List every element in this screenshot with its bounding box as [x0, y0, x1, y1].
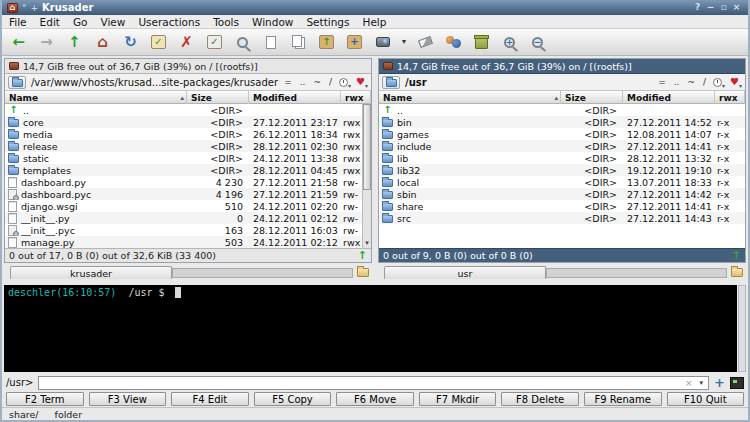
fkey-f3-button[interactable]: F3 View — [89, 392, 167, 406]
file-row[interactable]: core<DIR>27.12.2011 23:17rwx — [5, 116, 371, 128]
menu-edit[interactable]: Edit — [40, 16, 60, 28]
tab-krusader[interactable]: krusader — [10, 266, 172, 279]
file-row[interactable]: ↑..<DIR> — [5, 104, 371, 116]
file-row[interactable]: static<DIR>24.12.2011 13:38rwx — [5, 152, 371, 164]
menu-settings[interactable]: Settings — [306, 16, 349, 28]
scrollbar-thumb[interactable] — [363, 104, 371, 190]
bookmark-icon[interactable]: ♥ — [356, 77, 365, 87]
right-free-space-bar[interactable]: 14,7 GiB free out of 36,7 GiB (39%) on /… — [379, 59, 745, 74]
new-tab-icon[interactable] — [357, 268, 369, 277]
file-row[interactable]: dashboard.py4 23027.12.2011 21:58rw- — [5, 176, 371, 188]
bookmark-icon[interactable]: ♥ — [730, 77, 739, 87]
history-icon[interactable] — [713, 78, 722, 87]
current-path[interactable]: /usr — [405, 77, 653, 88]
terminal-output[interactable]: deschler(16:10:57) /usr $ — [4, 285, 737, 372]
cmdline-popup-icon[interactable]: + — [714, 376, 725, 389]
unpack-icon[interactable]: + — [344, 32, 365, 53]
column-header-size[interactable]: Size — [561, 91, 623, 104]
file-row[interactable]: templates<DIR>28.12.2011 04:45rwx — [5, 164, 371, 176]
back-icon[interactable]: ← — [8, 32, 29, 53]
file-row[interactable]: manage.py50324.12.2011 02:12rwx — [5, 236, 371, 248]
menu-window[interactable]: Window — [252, 16, 293, 28]
useractions-icon[interactable] — [443, 32, 464, 53]
bookmark-dropdown-icon[interactable]: ▾ — [739, 82, 742, 89]
fkey-f7-button[interactable]: F7 Mkdir — [419, 392, 497, 406]
file-row[interactable]: lib32<DIR>19.12.2011 19:10r-x — [379, 164, 745, 176]
list-scrollbar[interactable]: ▾ — [362, 104, 371, 248]
new-tab-icon[interactable] — [731, 268, 743, 277]
panel-button-/[interactable]: / — [329, 77, 332, 87]
invert-selection-icon[interactable]: ✓ — [204, 32, 225, 53]
chevron-down-icon[interactable]: ▾ — [697, 379, 707, 387]
command-line-input[interactable] — [41, 377, 681, 389]
history-dropdown-icon[interactable]: ▾ — [348, 82, 351, 89]
select-group-icon[interactable]: ✓ — [148, 32, 169, 53]
menu-view[interactable]: View — [100, 16, 125, 28]
scrollbar-down-arrow[interactable]: ▾ — [363, 239, 371, 248]
home-icon[interactable]: ⌂ — [92, 32, 113, 53]
file-row[interactable]: ↑..<DIR> — [379, 104, 745, 116]
clear-icon[interactable]: × — [681, 378, 697, 388]
unselect-group-icon[interactable]: ✗ — [176, 32, 197, 53]
reload-icon[interactable]: ↻ — [120, 32, 141, 53]
panel-button-=[interactable]: = — [284, 77, 292, 87]
eraser-icon[interactable] — [415, 32, 436, 53]
forward-icon[interactable]: → — [36, 32, 57, 53]
folder-button[interactable] — [8, 76, 26, 89]
file-row[interactable]: __init__.pyc16328.12.2011 16:03rw- — [5, 224, 371, 236]
file-row[interactable]: local<DIR>13.07.2011 18:33r-x — [379, 176, 745, 188]
panel-button-~[interactable]: ~ — [687, 77, 695, 87]
column-header-name[interactable]: Name▴ — [379, 91, 561, 104]
fkey-f8-button[interactable]: F8 Delete — [501, 392, 579, 406]
completion-item[interactable]: share/ — [9, 409, 39, 420]
toolbar-overflow-icon[interactable]: ▾ — [400, 32, 408, 53]
fkey-f2-button[interactable]: F2 Term — [6, 392, 84, 406]
fkey-f9-button[interactable]: F9 Rename — [584, 392, 662, 406]
menu-useractions[interactable]: Useractions — [138, 16, 200, 28]
fkey-f5-button[interactable]: F5 Copy — [254, 392, 332, 406]
close-button[interactable]: × — [730, 1, 743, 14]
panel-button-..[interactable]: .. — [300, 77, 306, 87]
bookmark-dropdown-icon[interactable]: ▾ — [365, 82, 368, 89]
panel-button-~[interactable]: ~ — [313, 77, 321, 87]
terminal-scrollbar[interactable] — [738, 285, 746, 372]
terminal-toggle-icon[interactable] — [730, 377, 744, 389]
mount-manager-icon[interactable] — [372, 32, 393, 53]
column-header-rwx[interactable]: rwx — [715, 91, 745, 104]
menu-go[interactable]: Go — [73, 16, 88, 28]
search-icon[interactable] — [232, 32, 253, 53]
column-header-modified[interactable]: Modified — [623, 91, 715, 104]
column-header-name[interactable]: Name▴ — [5, 91, 187, 104]
fkey-f10-button[interactable]: F10 Quit — [667, 392, 745, 406]
file-row[interactable]: games<DIR>12.08.2011 14:07r-x — [379, 128, 745, 140]
title-bar[interactable]: ⌂ ° + Krusader ?−▫× — [2, 0, 748, 15]
file-row[interactable]: src<DIR>27.12.2011 14:43r-x — [379, 212, 745, 224]
file-row[interactable]: __init__.py024.12.2011 02:12rw- — [5, 212, 371, 224]
menu-help[interactable]: Help — [363, 16, 387, 28]
copy-icon[interactable] — [288, 32, 309, 53]
view-file-icon[interactable] — [260, 32, 281, 53]
completion-item[interactable]: folder — [55, 409, 83, 420]
menu-tools[interactable]: Tools — [213, 16, 239, 28]
column-header-modified[interactable]: Modified — [249, 91, 341, 104]
file-row[interactable]: share<DIR>27.12.2011 14:41r-x — [379, 200, 745, 212]
file-row[interactable]: release<DIR>28.12.2011 02:30rwx — [5, 140, 371, 152]
left-free-space-bar[interactable]: 14,7 GiB free out of 36,7 GiB (39%) on /… — [5, 59, 371, 74]
up-icon[interactable]: ↑ — [64, 32, 85, 53]
file-row[interactable]: bin<DIR>27.12.2011 14:52r-x — [379, 116, 745, 128]
pin-icon[interactable]: ° — [22, 3, 27, 13]
zoom-out-icon[interactable]: − — [527, 32, 548, 53]
column-header-rwx[interactable]: rwx — [341, 91, 371, 104]
file-row[interactable]: sbin<DIR>27.12.2011 14:42r-x — [379, 188, 745, 200]
fkey-f6-button[interactable]: F6 Move — [336, 392, 414, 406]
panel-button-..[interactable]: .. — [674, 77, 680, 87]
trash-icon[interactable] — [471, 32, 492, 53]
help-button[interactable]: ? — [691, 1, 704, 14]
current-path[interactable]: /var/www/vhosts/krusad...site-packages/k… — [31, 77, 279, 88]
file-row[interactable]: include<DIR>27.12.2011 14:41r-x — [379, 140, 745, 152]
history-dropdown-icon[interactable]: ▾ — [722, 82, 725, 89]
file-row[interactable]: media<DIR>26.12.2011 18:34rwx — [5, 128, 371, 140]
tab-usr[interactable]: usr — [384, 266, 546, 279]
ontop-icon[interactable]: + — [31, 3, 39, 13]
history-icon[interactable] — [339, 78, 348, 87]
